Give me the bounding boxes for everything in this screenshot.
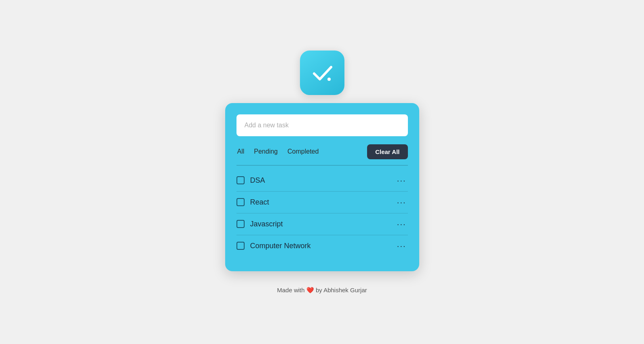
footer-text-before: Made with xyxy=(277,287,304,293)
task-checkbox-1[interactable] xyxy=(236,176,245,184)
task-label-4: Computer Network xyxy=(250,242,390,250)
page-wrapper: All Pending Completed Clear All DSA···Re… xyxy=(225,51,419,294)
app-icon xyxy=(300,51,344,95)
task-item: DSA··· xyxy=(236,170,408,192)
task-list: DSA···React···Javascript···Computer Netw… xyxy=(236,170,408,257)
task-input[interactable] xyxy=(236,114,408,136)
filter-completed-button[interactable]: Completed xyxy=(287,146,319,157)
task-item: Javascript··· xyxy=(236,213,408,235)
filter-bar: All Pending Completed Clear All xyxy=(236,144,408,166)
task-checkbox-3[interactable] xyxy=(236,220,245,228)
heart-icon: ❤️ xyxy=(306,287,316,293)
filter-pending-button[interactable]: Pending xyxy=(253,146,279,157)
task-checkbox-2[interactable] xyxy=(236,198,245,206)
task-more-button-4[interactable]: ··· xyxy=(395,242,408,250)
footer-text-after: by Abhishek Gurjar xyxy=(316,287,367,293)
task-more-button-1[interactable]: ··· xyxy=(395,176,408,184)
svg-point-0 xyxy=(327,78,331,81)
footer: Made with ❤️ by Abhishek Gurjar xyxy=(277,287,367,294)
task-label-3: Javascript xyxy=(250,220,390,228)
filter-all-button[interactable]: All xyxy=(236,146,245,157)
task-label-2: React xyxy=(250,198,390,207)
todo-card: All Pending Completed Clear All DSA···Re… xyxy=(225,103,419,271)
clear-all-button[interactable]: Clear All xyxy=(367,144,408,159)
task-more-button-2[interactable]: ··· xyxy=(395,198,408,206)
checkmark-icon xyxy=(310,61,334,85)
task-item: React··· xyxy=(236,192,408,213)
task-more-button-3[interactable]: ··· xyxy=(395,220,408,228)
task-label-1: DSA xyxy=(250,176,390,185)
task-checkbox-4[interactable] xyxy=(236,242,245,250)
task-item: Computer Network··· xyxy=(236,235,408,257)
